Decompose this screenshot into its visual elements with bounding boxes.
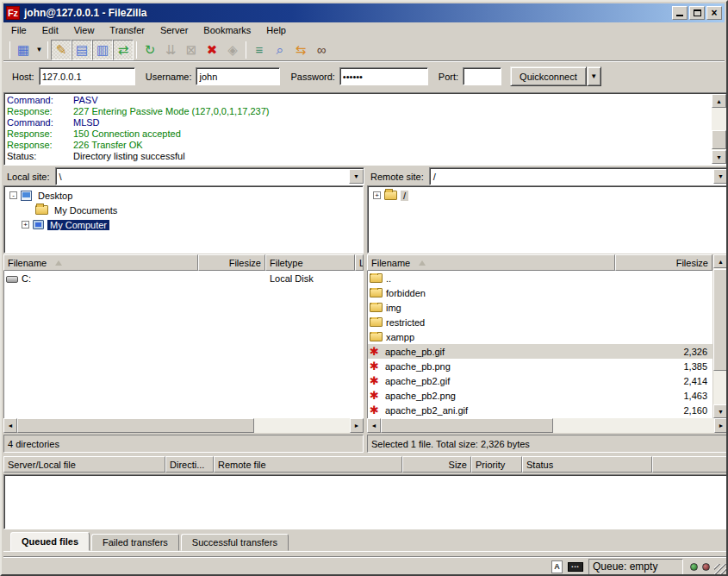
menu-help[interactable]: Help — [258, 23, 294, 37]
log-line: Response:227 Entering Passive Mode (127,… — [4, 106, 712, 117]
local-file-list[interactable]: C: Local Disk — [3, 271, 364, 418]
column-remote-file[interactable]: Remote file — [214, 456, 402, 473]
remote-scroll-thumb[interactable] — [713, 269, 728, 371]
scroll-left-icon[interactable]: ◄ — [3, 418, 17, 433]
local-tree[interactable]: - Desktop My Documents + My Computer — [3, 185, 364, 254]
remote-file-row-selected[interactable]: ✱apache_pb.gif 2,326 — [368, 344, 712, 359]
menu-bookmarks[interactable]: Bookmarks — [196, 23, 258, 37]
queue-list[interactable] — [3, 474, 728, 529]
close-button[interactable]: × — [706, 6, 722, 20]
site-manager-button[interactable]: ▦ — [13, 40, 34, 60]
remote-file-row[interactable]: ✱apache_pb2.gif 2,414 — [368, 373, 712, 388]
cancel-operation-button[interactable]: ⊠ — [181, 40, 202, 60]
maximize-button[interactable] — [689, 6, 705, 20]
quickconnect-dropdown[interactable]: ▼ — [587, 66, 601, 86]
menu-file[interactable]: File — [3, 23, 34, 37]
message-log[interactable]: Command:PASV Response:227 Entering Passi… — [3, 92, 728, 166]
remote-file-row[interactable]: ✱apache_pb.png 1,385 — [368, 359, 712, 373]
column-direction[interactable]: Directi... — [165, 456, 214, 473]
tab-failed-transfers[interactable]: Failed transfers — [91, 534, 179, 551]
menu-server[interactable]: Server — [152, 23, 196, 37]
queue-size-indicator: Queue: empty — [588, 559, 683, 575]
tree-item-my-computer[interactable]: + My Computer — [4, 217, 363, 232]
tab-successful-transfers[interactable]: Successful transfers — [181, 534, 289, 551]
remote-file-row[interactable]: forbidden — [368, 285, 712, 300]
computer-icon — [33, 220, 44, 229]
directory-comparison-button[interactable]: ∞ — [311, 40, 332, 60]
menu-view[interactable]: View — [66, 23, 103, 37]
column-filesize[interactable]: Filesize — [198, 254, 265, 271]
synchronized-browsing-button[interactable]: ⇆ — [290, 40, 311, 60]
refresh-button[interactable]: ↻ — [140, 40, 160, 60]
column-filesize[interactable]: Filesize — [615, 254, 712, 271]
tab-queued-files[interactable]: Queued files — [10, 532, 90, 551]
scroll-down-icon[interactable]: ▼ — [713, 404, 728, 418]
menu-edit[interactable]: Edit — [34, 23, 66, 37]
remote-file-row[interactable]: ✱apache_pb2_ani.gif 2,160 — [368, 403, 712, 417]
disconnect-button[interactable]: ✖ — [202, 40, 222, 60]
remote-vscrollbar[interactable]: ▲ ▼ — [713, 254, 728, 418]
scroll-up-icon[interactable]: ▲ — [712, 94, 726, 108]
site-manager-icon: ▦ — [17, 42, 29, 58]
remote-hscrollbar[interactable]: ◄ ► — [367, 418, 728, 433]
remote-hscroll-thumb[interactable] — [381, 418, 553, 433]
tree-item-my-documents[interactable]: My Documents — [4, 203, 363, 217]
quickconnect-button[interactable]: Quickconnect — [510, 66, 587, 86]
column-last-modified[interactable]: L — [355, 254, 364, 271]
column-size[interactable]: Size — [402, 456, 471, 473]
column-status[interactable]: Status — [522, 456, 652, 473]
site-manager-dropdown[interactable]: ▼ — [34, 40, 45, 60]
encryption-status-led-icon — [690, 563, 698, 571]
scroll-down-icon[interactable]: ▼ — [712, 150, 726, 164]
remote-file-row[interactable]: img — [368, 300, 712, 315]
remote-file-row[interactable]: .. — [368, 271, 712, 285]
remote-file-row[interactable]: restricted — [368, 315, 712, 329]
column-priority[interactable]: Priority — [471, 456, 522, 473]
remote-file-list[interactable]: .. forbidden img restricted xampp ✱apach… — [367, 271, 712, 418]
toggle-remote-tree-button[interactable]: ▥ — [92, 40, 113, 60]
host-input[interactable] — [39, 67, 135, 85]
password-input[interactable] — [339, 67, 428, 85]
column-filetype[interactable]: Filetype — [265, 254, 355, 271]
local-hscroll-thumb[interactable] — [17, 418, 254, 433]
column-filename[interactable]: Filename — [367, 254, 615, 271]
scroll-right-icon[interactable]: ► — [350, 418, 364, 433]
remote-file-row[interactable]: xampp — [368, 329, 712, 344]
expand-icon[interactable]: + — [373, 191, 381, 199]
toggle-transfer-queue-button[interactable]: ⇄ — [113, 40, 134, 60]
log-scrollbar[interactable]: ▲ ▼ — [712, 94, 726, 164]
toggle-local-tree-button[interactable]: ▤ — [72, 40, 92, 60]
expand-icon[interactable]: + — [22, 221, 29, 229]
local-site-combobox[interactable]: \ — [55, 167, 364, 185]
reconnect-button[interactable]: ◈ — [222, 40, 243, 60]
file-search-button[interactable]: ⌕ — [270, 40, 290, 60]
column-filename[interactable]: Filename — [3, 254, 198, 271]
local-file-row[interactable]: C: Local Disk — [4, 271, 364, 285]
username-input[interactable] — [196, 67, 280, 85]
scroll-up-icon[interactable]: ▲ — [713, 254, 728, 268]
minimize-button[interactable] — [672, 6, 688, 20]
local-hscrollbar[interactable]: ◄ ► — [3, 418, 364, 433]
title-bar[interactable]: Fz john@127.0.0.1 - FileZilla × — [3, 3, 725, 22]
remote-tree[interactable]: + / — [367, 185, 728, 254]
toggle-message-log-button[interactable]: ✎ — [51, 40, 72, 60]
scroll-left-icon[interactable]: ◄ — [367, 418, 381, 433]
port-input[interactable] — [463, 67, 501, 85]
folder-icon — [370, 273, 383, 283]
menu-transfer[interactable]: Transfer — [102, 23, 152, 37]
chevron-down-icon[interactable]: ▼ — [713, 169, 728, 184]
process-queue-button[interactable]: ⇊ — [160, 40, 181, 60]
directory-listing-filter-button[interactable]: ≡ — [249, 40, 270, 60]
tree-item-root[interactable]: + / — [368, 188, 727, 203]
collapse-icon[interactable]: - — [9, 191, 17, 199]
scroll-right-icon[interactable]: ► — [714, 418, 728, 433]
remote-file-row[interactable]: ✱apache_pb2.png 1,463 — [368, 388, 712, 403]
chevron-down-icon[interactable]: ▼ — [349, 169, 364, 184]
reconnect-icon: ◈ — [227, 42, 238, 58]
resize-grip[interactable] — [714, 564, 726, 576]
log-scroll-thumb[interactable] — [712, 130, 726, 149]
tree-item-desktop[interactable]: - Desktop — [4, 188, 363, 203]
remote-site-combobox[interactable]: / — [429, 167, 728, 185]
image-file-icon: ✱ — [370, 375, 382, 386]
column-server-local-file[interactable]: Server/Local file — [3, 456, 165, 473]
